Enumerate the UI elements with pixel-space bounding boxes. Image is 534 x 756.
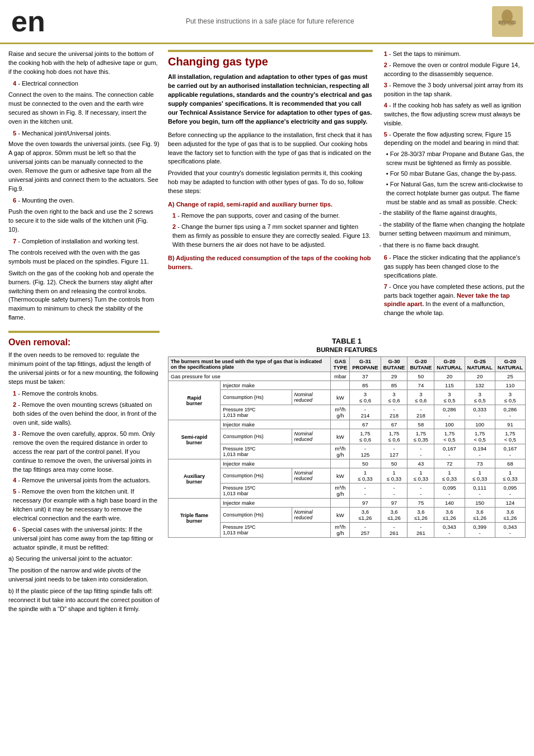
rp-step-2: 2 - Remove the oven or control module Fi… (384, 61, 526, 79)
aux-inj-g20b: 43 (407, 459, 434, 468)
gas-pressure-label: Gas pressure for use (168, 372, 331, 381)
rapid-pres-g20n: 0,286- (434, 405, 465, 420)
table-section: TABLE 1 BURNER FEATURES The burners must… (168, 337, 526, 538)
rapid-cons-g20b: 3≤ 0,6 (407, 390, 434, 405)
semirapid-pres-g20n2: 0,167- (495, 444, 525, 459)
semirapid-inj-g20b: 58 (407, 420, 434, 429)
intro-p1: Raise and secure the universal joints to… (8, 50, 160, 77)
cg-body-1: Before connecting up the appliance to th… (168, 131, 373, 167)
semirapid-inj-g30: 67 (381, 420, 407, 429)
triple-inj-g20b: 75 (407, 499, 434, 508)
triple-cons-type: Nominalreduced (292, 508, 331, 523)
burner-table: The burners must be used with the type o… (168, 356, 526, 538)
left-column: Raise and secure the universal joints to… (8, 50, 160, 617)
aux-cons-type: Nominalreduced (292, 468, 331, 483)
triple-pres-g20b: -261 (407, 523, 434, 538)
aux-cons-g31: 1≤ 0,33 (350, 468, 381, 483)
rp-dash-1: - the stability of the flame against dra… (380, 209, 526, 218)
right-split: Changing gas type All installation, regu… (168, 50, 526, 320)
aux-pres-g20b: -- (407, 483, 434, 499)
triple-pres-g30: -261 (381, 523, 407, 538)
rapid-pres-g20b: -218 (407, 405, 434, 420)
aux-pres-g31: -- (350, 483, 381, 499)
header: en Put these instructions in a safe plac… (0, 0, 534, 44)
semirapid-pres-g31: -125 (350, 444, 381, 459)
or-step-4: 4 - Remove the universal joints from the… (13, 476, 160, 485)
table-col-g31: G-31PROPANE (350, 357, 381, 372)
table-col-g30: G-30BUTANE (381, 357, 407, 372)
triple-cons-g25: 3,6≤1,26 (465, 508, 495, 523)
semirapid-inj-g31: 67 (350, 420, 381, 429)
table-col-g25: G-25NATURAL (465, 357, 495, 372)
triple-inj-g31: 97 (350, 499, 381, 508)
rapid-inj-g20b: 74 (407, 381, 434, 390)
or-step-3: 3 - Remove the oven carefully, approx. 5… (13, 430, 160, 475)
aux-pres-g25: 0,111- (465, 483, 495, 499)
rapid-injector-row: Rapidburner Injector make 85 85 74 115 1… (168, 381, 526, 390)
semirapid-cons-unit: kW (331, 429, 350, 444)
rapid-inj-g20n: 115 (434, 381, 465, 390)
semirapid-cons-g20n: 1,75< 0,5 (434, 429, 465, 444)
triple-inj-g20n2: 124 (495, 499, 525, 508)
triple-pres-g31: -257 (350, 523, 381, 538)
rapid-pres-g20n2: 0,286- (495, 405, 525, 420)
semirapid-cons-type: Nominalreduced (292, 429, 331, 444)
aux-pres-label: Pressure 15ºC1,013 mbar (221, 483, 331, 499)
rapid-pres-g30: -218 (381, 405, 407, 420)
aux-cons-label: Consumption (Hs) (221, 468, 292, 483)
triple-inj-g25: 150 (465, 499, 495, 508)
right-panel: 1 - Set the taps to minimum. 2 - Remove … (380, 50, 526, 320)
rp-bullet-3: • For Natural Gas, turn the screw anti-c… (386, 180, 526, 207)
rapid-cons-g31: 3≤ 0,6 (350, 390, 381, 405)
rapid-cons-g25: 3≤ 0,5 (465, 390, 495, 405)
rapid-inj-g31: 85 (350, 381, 381, 390)
rp-step-5: 5 - Operate the flow adjusting screw, Fi… (384, 130, 526, 148)
aux-inj-g25: 73 (465, 459, 495, 468)
step-4-label: 4 - Electrical connection (13, 79, 160, 88)
aux-cons-g20b: 1≤ 0,33 (407, 468, 434, 483)
table-subtitle: BURNER FEATURES (168, 346, 526, 353)
rapid-cons-g30: 3≤ 0,6 (381, 390, 407, 405)
semirapid-pres-label: Pressure 15ºC1,013 mbar (221, 444, 331, 459)
rp-step-4: 4 - If the cooking hob has safety as wel… (384, 101, 526, 128)
rp-step-6: 6 - Place the sticker indicating that th… (384, 253, 526, 280)
changing-gas-section: Changing gas type All installation, regu… (168, 50, 373, 320)
rapid-cons-g20n2: 3≤ 0,5 (495, 390, 525, 405)
section-b-title: B) Adjusting the reduced consumption of … (168, 254, 373, 272)
aux-consumption-row: Consumption (Hs) Nominalreduced kW 1≤ 0,… (168, 468, 526, 483)
aux-cons-unit: kW (331, 468, 350, 483)
changing-gas-intro: All installation, regulation and adaptat… (168, 73, 373, 126)
rapid-pressure-row: Pressure 15ºC1,013 mbar m³/hg/h -214 -21… (168, 405, 526, 420)
language-label: en (11, 7, 45, 36)
gpr-g20n: 20 (434, 372, 465, 381)
triple-pressure-row: Pressure 15ºC1,013 mbar m³/hg/h -257 -26… (168, 523, 526, 538)
rp-step-1: 1 - Set the taps to minimum. (384, 50, 526, 59)
triple-pres-unit: m³/hg/h (331, 523, 350, 538)
step-6-label: 6 - Mounting the oven. (13, 196, 160, 205)
table-col-g20-natural: G-20NATURAL (434, 357, 465, 372)
triple-inj-label: Injector make (221, 499, 331, 508)
aux-cons-g30: 1≤ 0,33 (381, 468, 407, 483)
semirapid-pres-g20b: -- (407, 444, 434, 459)
semirapid-inj-unit (331, 420, 350, 429)
aux-inj-unit (331, 459, 350, 468)
aux-injector-row: Auxiliaryburner Injector make 50 50 43 7… (168, 459, 526, 468)
rapid-inj-g25: 132 (465, 381, 495, 390)
aux-inj-g30: 50 (381, 459, 407, 468)
gpr-g30: 29 (381, 372, 407, 381)
aux-cons-g20n: 1≤ 0,33 (434, 468, 465, 483)
rp-step-3: 3 - Remove the 3 body universal joint ar… (384, 81, 526, 99)
triple-cons-g20b: 3,6≤1,26 (407, 508, 434, 523)
rp-dash-3: - that there is no flame back draught. (380, 241, 526, 250)
triple-cons-label: Consumption (Hs) (221, 508, 292, 523)
table-col-g20-nat2: G-20NATURAL (495, 357, 525, 372)
or-step-5: 5 - Remove the oven from the kitchen uni… (13, 487, 160, 523)
rapid-injector-label: Injector make (221, 381, 331, 390)
step-5-text: Move the oven towards the universal join… (8, 140, 160, 194)
rapid-pres-g31: -214 (350, 405, 381, 420)
triple-pres-g20n: 0,343- (434, 523, 465, 538)
rapid-cons-g20n: 3≤ 0,5 (434, 390, 465, 405)
step-5-label: 5 - Mechanical joint/Universal joints. (13, 129, 160, 138)
table-header-row: The burners must be used with the type o… (168, 357, 526, 372)
semirapid-inj-label: Injector make (221, 420, 331, 429)
